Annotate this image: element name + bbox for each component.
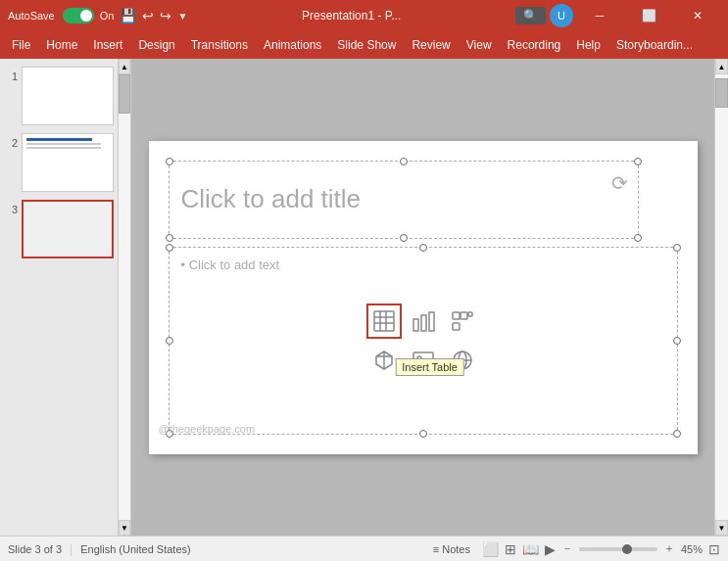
zoom-percent: 45% (681, 543, 703, 555)
menu-review[interactable]: Review (404, 34, 458, 56)
thumb2-line-1 (26, 143, 101, 145)
menu-view[interactable]: View (459, 34, 500, 56)
menu-design[interactable]: Design (130, 34, 182, 56)
zoom-slider[interactable] (579, 547, 657, 551)
slide-canvas[interactable]: Click to add title ⟳ • Click to add text (149, 141, 698, 454)
slide-thumb-3[interactable] (22, 200, 114, 258)
content-placeholder[interactable]: • Click to add text (169, 247, 678, 435)
save-icon[interactable]: 💾 (120, 8, 136, 23)
autosave-dot (80, 10, 92, 22)
menu-home[interactable]: Home (38, 34, 85, 56)
fit-slide-icon[interactable]: ⊡ (708, 541, 720, 557)
thumb2-header-bar (26, 138, 92, 141)
normal-view-icon[interactable]: ⬜ (482, 541, 499, 557)
menu-insert[interactable]: Insert (85, 34, 130, 56)
slide-thumb-2[interactable] (22, 133, 114, 192)
titlebar-right: 🔍 U ─ ⬜ ✕ (515, 0, 720, 31)
svg-rect-11 (453, 323, 460, 330)
slide-number-1: 1 (4, 70, 18, 82)
svg-rect-9 (461, 312, 467, 319)
slide-sorter-icon[interactable]: ⊞ (505, 541, 516, 557)
handle-br[interactable] (634, 234, 642, 242)
zoom-in-icon[interactable]: ＋ (663, 540, 675, 557)
svg-rect-8 (453, 312, 460, 319)
svg-rect-5 (413, 319, 418, 331)
minimize-button[interactable]: ─ (577, 0, 622, 31)
content-handle-ml[interactable] (166, 337, 173, 345)
slide-thumb-container-2: 2 (4, 133, 114, 192)
panel-vscrollbar: ▲ ▼ (118, 59, 131, 536)
handle-bl[interactable] (166, 234, 173, 242)
watermark: @thegeekpage.com (159, 423, 256, 435)
avatar[interactable]: U (550, 4, 573, 27)
redo-icon[interactable]: ↪ (160, 8, 171, 23)
menu-recording[interactable]: Recording (500, 34, 569, 56)
handle-tc[interactable] (400, 158, 408, 165)
scroll-thumb[interactable] (119, 74, 130, 114)
content-bullet-text: • Click to add text (181, 257, 280, 272)
slide-thumb-container-1: 1 (4, 67, 114, 125)
menu-transitions[interactable]: Transitions (183, 34, 256, 56)
menu-file[interactable]: File (4, 34, 38, 56)
thumb2-line-2 (26, 147, 101, 149)
zoom-out-icon[interactable]: － (561, 540, 573, 557)
scroll-down-btn[interactable]: ▼ (119, 520, 130, 536)
status-left: Slide 3 of 3 | English (United States) (8, 542, 415, 556)
main-area: 1 2 3 ▲ ▼ (0, 59, 728, 536)
main-scroll-up-btn[interactable]: ▲ (715, 59, 728, 74)
close-button[interactable]: ✕ (675, 0, 720, 31)
slideshow-icon[interactable]: ▶ (545, 541, 556, 557)
zoom-slider-thumb[interactable] (622, 544, 632, 554)
titlebar-title: Presentation1 - P... (187, 9, 515, 23)
restore-button[interactable]: ⬜ (626, 0, 671, 31)
content-handle-tr[interactable] (673, 244, 681, 252)
content-handle-bc[interactable] (419, 430, 427, 438)
menu-help[interactable]: Help (568, 34, 608, 56)
statusbar: Slide 3 of 3 | English (United States) ≡… (0, 536, 728, 561)
title-placeholder[interactable]: Click to add title ⟳ (169, 161, 639, 239)
language-text: English (United States) (80, 543, 191, 555)
handle-bc[interactable] (400, 234, 408, 242)
menu-slideshow[interactable]: Slide Show (329, 34, 404, 56)
reading-view-icon[interactable]: 📖 (522, 541, 539, 557)
menu-animations[interactable]: Animations (256, 34, 329, 56)
design-ideas-icon: ⟳ (611, 171, 628, 195)
slide-thumb-1[interactable] (22, 67, 114, 125)
svg-rect-7 (429, 312, 434, 331)
handle-tr[interactable] (634, 158, 642, 165)
content-handle-br[interactable] (673, 430, 681, 438)
thumb2-lines (26, 143, 109, 149)
content-handle-mr[interactable] (673, 337, 681, 345)
undo-icon[interactable]: ↩ (142, 8, 154, 23)
slide-number-3: 3 (4, 204, 18, 215)
insert-table-icon[interactable] (366, 304, 402, 339)
statusbar-divider-1: | (70, 542, 73, 556)
insert-chart-icon[interactable] (406, 304, 441, 339)
scroll-track (119, 74, 130, 520)
titlebar: AutoSave On 💾 ↩ ↪ ▼ Presentation1 - P...… (0, 0, 728, 31)
main-scroll-thumb[interactable] (715, 78, 728, 108)
menu-storyboard[interactable]: Storyboardin... (608, 34, 701, 56)
autosave-on-label: On (100, 10, 115, 22)
content-handle-tl[interactable] (166, 244, 173, 252)
notes-icon: ≡ (433, 543, 439, 555)
scroll-up-btn[interactable]: ▲ (119, 59, 130, 74)
insert-smartart-icon[interactable] (445, 304, 480, 339)
slide-canvas-area: Click to add title ⟳ • Click to add text (131, 59, 714, 536)
notes-button[interactable]: ≡ Notes (427, 541, 476, 557)
search-bar[interactable]: 🔍 (515, 7, 546, 24)
main-vscrollbar: ▲ ▼ (714, 59, 728, 536)
autosave-toggle[interactable] (63, 8, 94, 23)
svg-rect-10 (468, 312, 472, 316)
slide-panel: 1 2 3 (0, 59, 118, 536)
search-icon: 🔍 (523, 9, 538, 23)
content-handle-tc[interactable] (419, 244, 427, 252)
titlebar-left: AutoSave On 💾 ↩ ↪ ▼ (8, 8, 187, 23)
autosave-label: AutoSave (8, 10, 55, 22)
handle-tl[interactable] (166, 158, 173, 165)
main-scroll-down-btn[interactable]: ▼ (715, 520, 728, 536)
customize-qat-icon[interactable]: ▼ (177, 11, 187, 22)
slide-thumb-container-3: 3 (4, 200, 114, 258)
main-scroll-track (715, 74, 728, 520)
svg-rect-6 (421, 315, 426, 331)
